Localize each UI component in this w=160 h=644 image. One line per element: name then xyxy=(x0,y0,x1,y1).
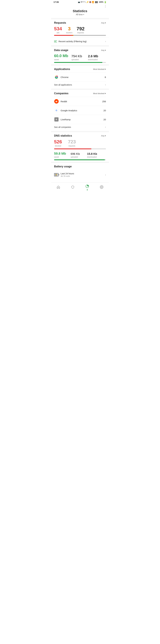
saved-stat: 60.0 Mb saved xyxy=(54,54,68,61)
data-usage-header: Data usage Any ▾ xyxy=(54,49,106,52)
battery-item-subtitle: 36.78 mAh xyxy=(61,175,74,177)
trackers-value: 3 xyxy=(68,26,71,31)
status-icons: 📷 🛡 ♡ • 🔑 🔇 📶 ▐▌▌ 100% 🔋 xyxy=(78,1,106,3)
dns-data-bar-fill xyxy=(54,159,105,160)
battery-chevron: › xyxy=(105,173,106,176)
applications-title: Applications xyxy=(54,68,70,71)
data-usage-filter[interactable]: Any ▾ xyxy=(101,49,106,51)
uploaded-label: uploaded xyxy=(71,58,79,61)
nav-item-stats[interactable] xyxy=(83,184,91,191)
companies-filter[interactable]: Most blocked ▾ xyxy=(93,92,106,94)
applications-section: Applications Most blocked ▾ Chrome xyxy=(51,66,109,89)
downloaded-label: downloaded xyxy=(88,58,98,61)
dns-saved-stat: 59.8 Mb saved xyxy=(54,152,68,158)
reddit-logo-svg xyxy=(55,100,58,103)
dns-filter-chevron: ▾ xyxy=(105,135,106,137)
requests-title: Requests xyxy=(54,21,66,24)
status-bar: 17:06 📷 🛡 ♡ • 🔑 🔇 📶 ▐▌▌ 100% 🔋 xyxy=(51,0,109,4)
requests-filter[interactable]: Any ▾ xyxy=(101,22,106,24)
mute-icon: 🔇 xyxy=(89,1,91,3)
company-count-google-analytics: 20 xyxy=(103,109,106,112)
battery-usage-icon: ⚡ xyxy=(54,173,59,176)
trackers-bar-segment xyxy=(72,35,73,36)
liveramp-icon: R xyxy=(54,117,59,122)
list-item: Chrome 8 xyxy=(54,72,106,82)
divider3 xyxy=(51,64,109,66)
divider4 xyxy=(51,89,109,90)
nav-item-settings[interactable] xyxy=(97,185,106,190)
ads-value: 534 xyxy=(54,26,62,31)
filter-log-icon xyxy=(54,40,57,42)
app-name-chrome: Chrome xyxy=(61,76,105,78)
dns-filter[interactable]: Any ▾ xyxy=(101,135,106,137)
battery-header: Battery usage xyxy=(54,165,106,168)
app-count-chrome: 8 xyxy=(105,76,106,78)
ads-bar-segment xyxy=(54,35,72,36)
companies-header: Companies Most blocked ▾ xyxy=(54,92,106,95)
dns-stats-row: 526 blocked 723 requests xyxy=(54,139,106,147)
dns-blocked-stat: 526 blocked xyxy=(54,139,62,147)
applications-header: Applications Most blocked ▾ xyxy=(54,68,106,71)
battery-info: Last 24 hours 36.78 mAh xyxy=(61,172,74,177)
uploaded-value: 754 Kb xyxy=(71,54,82,58)
dns-blocked-label: blocked xyxy=(55,145,61,147)
companies-section: Companies Most blocked ▾ Reddit 256 G Go… xyxy=(51,90,109,131)
see-all-companies-label: See all companies xyxy=(54,126,71,128)
divider5 xyxy=(51,131,109,132)
nav-item-shield[interactable] xyxy=(69,185,77,190)
dns-data-bar xyxy=(54,159,106,160)
see-all-applications-row[interactable]: See all applications › xyxy=(54,82,106,87)
battery-icon: 🔋 xyxy=(104,1,106,3)
battery-title: Battery usage xyxy=(54,165,72,168)
dns-saved-value: 59.8 Mb xyxy=(54,152,66,156)
google-logo-svg: G xyxy=(54,108,59,112)
requests-stats-row: 534 ads 3 trackers 792 requests xyxy=(54,26,106,34)
requests-header: Requests Any ▾ xyxy=(54,21,106,24)
page-subtitle: All time ▾ xyxy=(51,13,109,18)
dns-bar-fill xyxy=(54,148,91,149)
dns-bar xyxy=(54,148,106,149)
battery-icon-svg: ⚡ xyxy=(54,173,59,176)
divider6 xyxy=(51,162,109,163)
battery-item-title: Last 24 hours xyxy=(61,172,74,175)
battery-section: Battery usage ⚡ Last 24 hours 36.78 mAh … xyxy=(51,163,109,179)
camera-icon: 📷 xyxy=(78,1,80,3)
requests-value: 792 xyxy=(77,26,84,31)
shield-status-icon: 🛡 xyxy=(81,1,83,3)
applications-filter-chevron: ▾ xyxy=(105,68,106,70)
more-menu-button[interactable]: ⋮ xyxy=(104,4,107,8)
data-usage-filter-chevron: ▾ xyxy=(105,49,106,51)
dns-header: DNS statistics Any ▾ xyxy=(54,134,106,137)
dns-requests-stat: 723 requests xyxy=(68,139,76,147)
dns-requests-value: 723 xyxy=(68,139,76,144)
company-name-reddit: Reddit xyxy=(61,100,102,103)
data-usage-title: Data usage xyxy=(54,49,68,52)
saved-label: saved xyxy=(54,58,59,61)
dns-saved-label: saved xyxy=(54,156,59,158)
svg-point-4 xyxy=(56,77,57,78)
top-bar: ⋮ xyxy=(51,4,109,8)
recent-activity-row[interactable]: Recent activity (Filtering log) › xyxy=(51,38,109,45)
rest-bar-segment xyxy=(73,35,106,36)
battery-left: ⚡ Last 24 hours 36.78 mAh xyxy=(54,172,74,177)
applications-filter[interactable]: Most blocked ▾ xyxy=(93,68,106,70)
downloaded-value: 2.6 Mb xyxy=(88,54,98,58)
data-usage-section: Data usage Any ▾ 60.0 Mb saved 754 Kb up… xyxy=(51,46,109,64)
dns-uploaded-value: 696 Kb xyxy=(71,152,80,156)
dot-icon: • xyxy=(85,1,86,3)
status-time: 17:06 xyxy=(54,1,59,3)
see-all-applications-label: See all applications xyxy=(54,84,72,86)
companies-filter-chevron: ▾ xyxy=(105,92,106,94)
see-all-companies-row[interactable]: See all companies › xyxy=(54,124,106,130)
divider2 xyxy=(51,46,109,46)
vpn-icon: ♡ xyxy=(83,1,85,3)
list-item: R LiveRamp 20 xyxy=(54,115,106,124)
battery-status: 100% xyxy=(99,1,103,3)
battery-row[interactable]: ⚡ Last 24 hours 36.78 mAh › xyxy=(54,170,106,178)
company-count-reddit: 256 xyxy=(102,100,106,103)
nav-item-home[interactable] xyxy=(54,185,63,190)
subtitle-chevron[interactable]: ▾ xyxy=(83,14,84,16)
requests-progress-bar xyxy=(54,35,106,36)
uploaded-stat: 754 Kb uploaded xyxy=(71,54,85,61)
svg-text:G: G xyxy=(56,109,57,112)
